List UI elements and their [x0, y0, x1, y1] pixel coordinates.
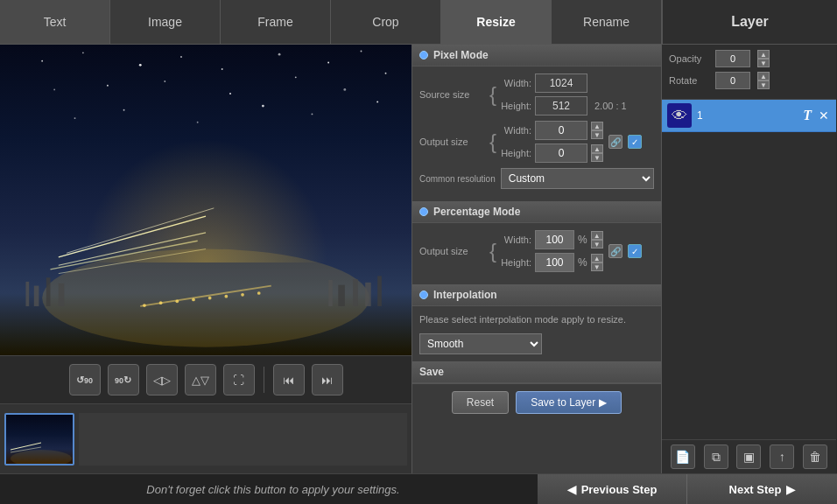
prev-step-button[interactable]: ◀ Previous Step — [538, 474, 687, 505]
output-height-down[interactable]: ▼ — [591, 153, 603, 162]
output-height-up[interactable]: ▲ — [591, 144, 603, 153]
layer-type-text-icon: T — [803, 108, 812, 123]
prev-frame-button[interactable]: ⏮ — [273, 364, 305, 396]
svg-rect-38 — [46, 277, 51, 306]
source-height-row: Height: 2.00 : 1 — [496, 96, 627, 116]
interpolation-select[interactable]: Smooth Bicubic Bilinear Nearest Neighbor — [419, 333, 542, 354]
lock-aspect-ratio-button[interactable]: 🔗 — [608, 135, 622, 149]
pct-height-up[interactable]: ▲ — [591, 254, 603, 262]
aspect-ratio-checkbox[interactable]: ✓ — [628, 135, 642, 149]
next-step-button[interactable]: Next Step ▶ — [687, 474, 837, 505]
next-arrow-icon: ▶ — [786, 483, 795, 496]
thumb-preview — [6, 415, 73, 464]
layer-item[interactable]: 👁 1 T ✕ — [662, 100, 836, 132]
svg-point-18 — [262, 105, 264, 108]
svg-point-13 — [343, 88, 346, 91]
rotate-up[interactable]: ▲ — [757, 72, 770, 80]
svg-point-17 — [197, 122, 199, 123]
canvas-panel: ↺90 90↻ ◁▷ △▽ ⛶ ⏮ ⏭ — [0, 45, 411, 473]
svg-point-3 — [180, 56, 182, 58]
common-resolution-select[interactable]: Custom 1920x1080 1280x720 800x600 640x48… — [501, 168, 654, 189]
prev-arrow-icon: ◀ — [567, 483, 576, 496]
output-width-row: Width: ▲ ▼ — [496, 121, 603, 140]
rotate-down[interactable]: ▼ — [757, 80, 770, 89]
pct-height-input[interactable] — [535, 253, 574, 272]
pct-height-label: Height: — [496, 257, 531, 268]
pct-checkbox[interactable]: ✓ — [628, 244, 642, 258]
layer-eye-icon[interactable]: 👁 — [667, 103, 692, 128]
duplicate-layer-button[interactable]: ⧉ — [704, 444, 728, 469]
output-width-input[interactable] — [535, 121, 587, 140]
svg-line-24 — [67, 208, 214, 253]
pct-height-down[interactable]: ▼ — [591, 262, 603, 271]
pct-width-down[interactable]: ▼ — [591, 240, 603, 248]
svg-line-23 — [59, 249, 206, 274]
pixel-mode-dot — [419, 51, 428, 60]
percentage-mode-body: Output size Width: % ▲ ▼ — [412, 223, 661, 284]
svg-point-34 — [241, 293, 244, 297]
svg-line-21 — [59, 216, 206, 257]
source-width-label: Width: — [496, 78, 531, 88]
duplicate-icon: ⧉ — [712, 450, 721, 465]
output-width-down[interactable]: ▼ — [591, 130, 603, 139]
output-width-spinner: ▲ ▼ — [591, 122, 603, 139]
rotate-input[interactable] — [715, 72, 750, 89]
rotate-spinner: ▲ ▼ — [757, 72, 770, 89]
source-width-input[interactable] — [535, 74, 587, 93]
output-size-pixel-label: Output size — [419, 136, 481, 147]
tab-image[interactable]: Image — [110, 0, 221, 44]
ratio-label: 2.00 : 1 — [594, 101, 627, 111]
layer-close-button[interactable]: ✕ — [817, 108, 831, 122]
svg-rect-36 — [25, 282, 29, 306]
tab-rename[interactable]: Rename — [552, 0, 662, 44]
rotate-ccw-button[interactable]: ↺90 — [69, 364, 101, 396]
filmstrip — [0, 403, 411, 473]
svg-point-30 — [175, 299, 179, 303]
tab-resize[interactable]: Resize — [441, 0, 552, 44]
settings-panel: Pixel Mode Source size Width: Height: — [411, 45, 661, 473]
source-height-label: Height: — [496, 101, 531, 111]
output-height-input[interactable] — [535, 144, 587, 163]
svg-point-14 — [385, 73, 387, 74]
filmstrip-thumb[interactable] — [4, 413, 74, 466]
interpolation-body: Please select interpolation mode apply t… — [412, 306, 661, 361]
opacity-row: Opacity ▲ ▼ — [669, 50, 829, 67]
save-to-layer-button[interactable]: Save to Layer ▶ — [516, 391, 622, 414]
opacity-input[interactable] — [715, 50, 750, 67]
tab-text[interactable]: Text — [0, 0, 110, 44]
svg-rect-37 — [34, 286, 39, 306]
pct-width-input[interactable] — [535, 230, 574, 249]
flip-v-button[interactable]: △▽ — [185, 364, 216, 396]
next-frame-button[interactable]: ⏭ — [312, 364, 343, 396]
pct-lock-button[interactable]: 🔗 — [608, 244, 622, 258]
canvas-toolbar: ↺90 90↻ ◁▷ △▽ ⛶ ⏮ ⏭ — [0, 355, 411, 403]
svg-point-8 — [53, 88, 55, 90]
source-bracket-group: Width: Height: 2.00 : 1 — [496, 74, 627, 116]
save-header: Save — [412, 361, 661, 383]
svg-point-20 — [376, 101, 378, 102]
opacity-down[interactable]: ▼ — [757, 59, 770, 67]
bottom-hint: Don't forget click this button to apply … — [0, 483, 538, 496]
pct-width-up[interactable]: ▲ — [591, 231, 603, 240]
new-layer-button[interactable]: 📄 — [671, 444, 695, 469]
rotate-cw-button[interactable]: 90↻ — [108, 364, 139, 396]
source-height-input[interactable] — [535, 96, 587, 116]
canvas-svg — [0, 45, 411, 355]
interpolation-header: Interpolation — [412, 284, 661, 306]
move-up-button[interactable]: ↑ — [770, 444, 794, 469]
layer-list: 👁 1 T ✕ — [662, 100, 836, 439]
percentage-mode-dot — [419, 207, 428, 216]
interpolation-description: Please select interpolation mode apply t… — [419, 313, 654, 326]
fit-button[interactable]: ⛶ — [223, 364, 255, 396]
opacity-up[interactable]: ▲ — [757, 50, 770, 59]
filmstrip-rest — [79, 413, 407, 466]
group-layer-button[interactable]: ▣ — [736, 444, 761, 469]
output-width-up[interactable]: ▲ — [591, 122, 603, 130]
svg-line-27 — [140, 286, 271, 306]
tab-crop[interactable]: Crop — [331, 0, 441, 44]
tab-frame[interactable]: Frame — [221, 0, 331, 44]
svg-point-0 — [41, 60, 43, 62]
flip-h-button[interactable]: ◁▷ — [146, 364, 178, 396]
delete-layer-button[interactable]: 🗑 — [803, 444, 827, 469]
reset-button[interactable]: Reset — [452, 391, 509, 414]
